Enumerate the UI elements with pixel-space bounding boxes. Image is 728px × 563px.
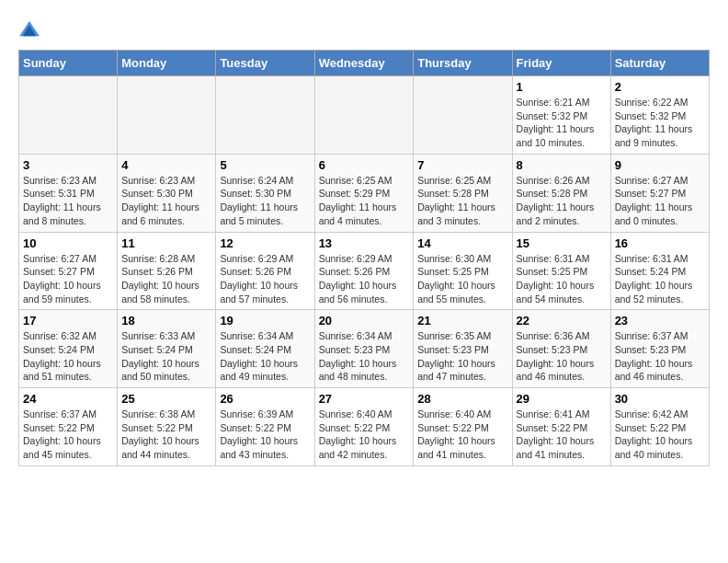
calendar-table: SundayMondayTuesdayWednesdayThursdayFrid… xyxy=(18,50,710,466)
day-number: 4 xyxy=(121,158,211,172)
calendar-day-cell xyxy=(118,76,216,155)
calendar-week-row: 17Sunrise: 6:32 AM Sunset: 5:24 PM Dayli… xyxy=(19,310,710,388)
day-number: 7 xyxy=(417,158,507,172)
day-info: Sunrise: 6:31 AM Sunset: 5:24 PM Dayligh… xyxy=(615,252,705,306)
day-info: Sunrise: 6:40 AM Sunset: 5:22 PM Dayligh… xyxy=(319,408,410,462)
day-info: Sunrise: 6:21 AM Sunset: 5:32 PM Dayligh… xyxy=(517,96,607,150)
day-info: Sunrise: 6:33 AM Sunset: 5:24 PM Dayligh… xyxy=(121,329,211,384)
day-number: 13 xyxy=(319,236,410,250)
day-number: 11 xyxy=(121,236,211,250)
day-info: Sunrise: 6:27 AM Sunset: 5:27 PM Dayligh… xyxy=(615,174,705,228)
day-number: 20 xyxy=(319,314,410,327)
calendar-week-row: 24Sunrise: 6:37 AM Sunset: 5:22 PM Dayli… xyxy=(19,388,710,466)
calendar-day-cell: 9Sunrise: 6:27 AM Sunset: 5:27 PM Daylig… xyxy=(610,154,709,232)
calendar-day-cell: 2Sunrise: 6:22 AM Sunset: 5:32 PM Daylig… xyxy=(610,76,709,155)
day-number: 16 xyxy=(615,236,705,250)
day-info: Sunrise: 6:27 AM Sunset: 5:27 PM Dayligh… xyxy=(23,252,113,306)
day-number: 2 xyxy=(615,80,705,94)
day-number: 5 xyxy=(220,158,310,172)
day-info: Sunrise: 6:25 AM Sunset: 5:28 PM Dayligh… xyxy=(417,174,507,228)
day-number: 10 xyxy=(23,236,113,250)
day-number: 18 xyxy=(121,314,211,327)
calendar-day-cell: 13Sunrise: 6:29 AM Sunset: 5:26 PM Dayli… xyxy=(314,232,414,310)
calendar-day-cell: 1Sunrise: 6:21 AM Sunset: 5:32 PM Daylig… xyxy=(512,76,610,155)
day-info: Sunrise: 6:23 AM Sunset: 5:31 PM Dayligh… xyxy=(23,174,113,228)
calendar-day-cell xyxy=(19,76,118,155)
header-thursday: Thursday xyxy=(414,51,512,76)
header-friday: Friday xyxy=(512,51,610,76)
day-number: 6 xyxy=(319,158,410,172)
calendar-week-row: 10Sunrise: 6:27 AM Sunset: 5:27 PM Dayli… xyxy=(19,232,710,310)
calendar-day-cell xyxy=(216,76,314,155)
calendar-day-cell: 16Sunrise: 6:31 AM Sunset: 5:24 PM Dayli… xyxy=(610,232,709,310)
day-number: 28 xyxy=(417,392,507,406)
calendar-day-cell: 19Sunrise: 6:34 AM Sunset: 5:24 PM Dayli… xyxy=(216,310,314,388)
calendar-day-cell: 24Sunrise: 6:37 AM Sunset: 5:22 PM Dayli… xyxy=(19,388,118,466)
page-header xyxy=(18,18,710,40)
day-info: Sunrise: 6:37 AM Sunset: 5:23 PM Dayligh… xyxy=(615,329,705,384)
calendar-day-cell: 12Sunrise: 6:29 AM Sunset: 5:26 PM Dayli… xyxy=(216,232,314,310)
day-info: Sunrise: 6:26 AM Sunset: 5:28 PM Dayligh… xyxy=(517,174,607,228)
day-info: Sunrise: 6:37 AM Sunset: 5:22 PM Dayligh… xyxy=(23,408,113,462)
day-info: Sunrise: 6:41 AM Sunset: 5:22 PM Dayligh… xyxy=(517,408,607,462)
day-info: Sunrise: 6:30 AM Sunset: 5:25 PM Dayligh… xyxy=(417,252,507,306)
day-number: 30 xyxy=(615,392,705,406)
day-info: Sunrise: 6:23 AM Sunset: 5:30 PM Dayligh… xyxy=(121,174,211,228)
day-info: Sunrise: 6:38 AM Sunset: 5:22 PM Dayligh… xyxy=(121,408,211,462)
day-number: 22 xyxy=(517,314,607,327)
logo-icon xyxy=(18,18,40,40)
header-saturday: Saturday xyxy=(610,51,709,76)
calendar-header-row: SundayMondayTuesdayWednesdayThursdayFrid… xyxy=(19,51,710,76)
day-info: Sunrise: 6:36 AM Sunset: 5:23 PM Dayligh… xyxy=(517,329,607,384)
calendar-day-cell: 6Sunrise: 6:25 AM Sunset: 5:29 PM Daylig… xyxy=(314,154,414,232)
calendar-day-cell xyxy=(414,76,512,155)
calendar-day-cell: 29Sunrise: 6:41 AM Sunset: 5:22 PM Dayli… xyxy=(512,388,610,466)
calendar-day-cell: 15Sunrise: 6:31 AM Sunset: 5:25 PM Dayli… xyxy=(512,232,610,310)
day-number: 25 xyxy=(121,392,211,406)
calendar-day-cell: 27Sunrise: 6:40 AM Sunset: 5:22 PM Dayli… xyxy=(314,388,414,466)
calendar-day-cell: 8Sunrise: 6:26 AM Sunset: 5:28 PM Daylig… xyxy=(512,154,610,232)
calendar-day-cell xyxy=(314,76,414,155)
day-info: Sunrise: 6:25 AM Sunset: 5:29 PM Dayligh… xyxy=(319,174,410,228)
calendar-day-cell: 10Sunrise: 6:27 AM Sunset: 5:27 PM Dayli… xyxy=(19,232,118,310)
day-number: 29 xyxy=(517,392,607,406)
calendar-day-cell: 26Sunrise: 6:39 AM Sunset: 5:22 PM Dayli… xyxy=(216,388,314,466)
calendar-day-cell: 22Sunrise: 6:36 AM Sunset: 5:23 PM Dayli… xyxy=(512,310,610,388)
calendar-day-cell: 5Sunrise: 6:24 AM Sunset: 5:30 PM Daylig… xyxy=(216,154,314,232)
day-number: 3 xyxy=(23,158,113,172)
logo xyxy=(18,18,42,40)
day-number: 15 xyxy=(517,236,607,250)
day-number: 26 xyxy=(220,392,310,406)
calendar-day-cell: 28Sunrise: 6:40 AM Sunset: 5:22 PM Dayli… xyxy=(414,388,512,466)
calendar-day-cell: 7Sunrise: 6:25 AM Sunset: 5:28 PM Daylig… xyxy=(414,154,512,232)
day-info: Sunrise: 6:42 AM Sunset: 5:22 PM Dayligh… xyxy=(615,408,705,462)
day-number: 9 xyxy=(615,158,705,172)
calendar-day-cell: 14Sunrise: 6:30 AM Sunset: 5:25 PM Dayli… xyxy=(414,232,512,310)
day-number: 8 xyxy=(517,158,607,172)
header-monday: Monday xyxy=(118,51,216,76)
day-number: 1 xyxy=(517,80,607,94)
calendar-week-row: 1Sunrise: 6:21 AM Sunset: 5:32 PM Daylig… xyxy=(19,76,710,155)
calendar-day-cell: 3Sunrise: 6:23 AM Sunset: 5:31 PM Daylig… xyxy=(19,154,118,232)
header-wednesday: Wednesday xyxy=(314,51,414,76)
day-number: 17 xyxy=(23,314,113,327)
day-number: 23 xyxy=(615,314,705,327)
day-info: Sunrise: 6:22 AM Sunset: 5:32 PM Dayligh… xyxy=(615,96,705,150)
day-info: Sunrise: 6:31 AM Sunset: 5:25 PM Dayligh… xyxy=(517,252,607,306)
day-number: 12 xyxy=(220,236,310,250)
header-tuesday: Tuesday xyxy=(216,51,314,76)
day-info: Sunrise: 6:34 AM Sunset: 5:24 PM Dayligh… xyxy=(220,329,310,384)
day-number: 27 xyxy=(319,392,410,406)
day-info: Sunrise: 6:28 AM Sunset: 5:26 PM Dayligh… xyxy=(121,252,211,306)
day-info: Sunrise: 6:24 AM Sunset: 5:30 PM Dayligh… xyxy=(220,174,310,228)
calendar-day-cell: 17Sunrise: 6:32 AM Sunset: 5:24 PM Dayli… xyxy=(19,310,118,388)
calendar-day-cell: 23Sunrise: 6:37 AM Sunset: 5:23 PM Dayli… xyxy=(610,310,709,388)
day-info: Sunrise: 6:34 AM Sunset: 5:23 PM Dayligh… xyxy=(319,329,410,384)
calendar-day-cell: 21Sunrise: 6:35 AM Sunset: 5:23 PM Dayli… xyxy=(414,310,512,388)
calendar-day-cell: 30Sunrise: 6:42 AM Sunset: 5:22 PM Dayli… xyxy=(610,388,709,466)
day-info: Sunrise: 6:32 AM Sunset: 5:24 PM Dayligh… xyxy=(23,329,113,384)
day-info: Sunrise: 6:35 AM Sunset: 5:23 PM Dayligh… xyxy=(417,329,507,384)
day-info: Sunrise: 6:39 AM Sunset: 5:22 PM Dayligh… xyxy=(220,408,310,462)
calendar-day-cell: 25Sunrise: 6:38 AM Sunset: 5:22 PM Dayli… xyxy=(118,388,216,466)
day-number: 19 xyxy=(220,314,310,327)
